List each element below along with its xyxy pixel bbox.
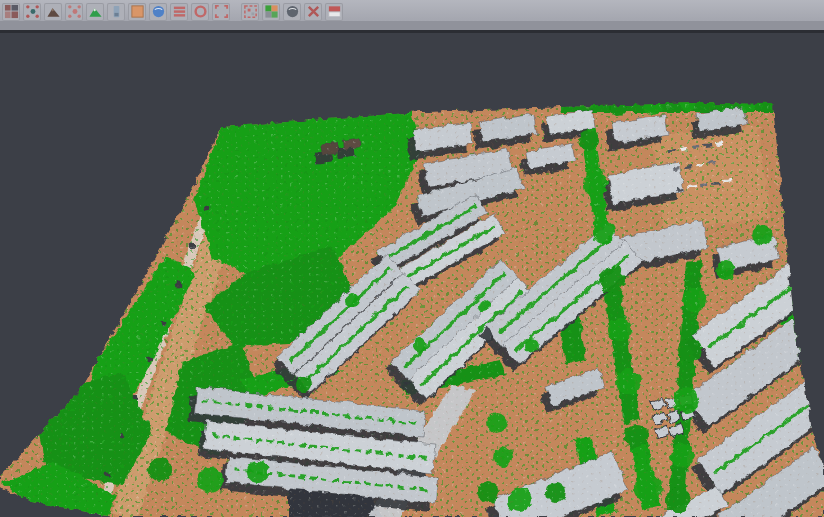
dataset-thumbnail-icon[interactable] xyxy=(2,3,20,21)
grid-selection-icon[interactable] xyxy=(241,3,259,21)
sample-points-icon[interactable] xyxy=(65,3,83,21)
toolbar-lower-band xyxy=(0,21,824,30)
ring-select-icon[interactable] xyxy=(191,3,209,21)
classification-palette-icon[interactable] xyxy=(262,3,280,21)
application-window: { "window": { "toolbar": { "icons": [ {"… xyxy=(0,0,824,517)
crop-box-icon[interactable] xyxy=(212,3,230,21)
mesh-sphere-icon[interactable] xyxy=(283,3,301,21)
cross-section-icon[interactable] xyxy=(304,3,322,21)
tin-surface-icon[interactable] xyxy=(86,3,104,21)
terrain-model-icon[interactable] xyxy=(44,3,62,21)
toolbar-viewport-divider xyxy=(0,30,824,33)
3d-viewport-canvas[interactable] xyxy=(0,0,824,517)
profile-view-icon[interactable] xyxy=(107,3,125,21)
web-globe-icon[interactable] xyxy=(149,3,167,21)
orthophoto-icon[interactable] xyxy=(128,3,146,21)
stacked-layers-icon[interactable] xyxy=(170,3,188,21)
point-picking-icon[interactable] xyxy=(23,3,41,21)
main-toolbar xyxy=(0,0,824,22)
3d-viewport[interactable] xyxy=(0,0,824,517)
flag-list-icon[interactable] xyxy=(325,3,343,21)
